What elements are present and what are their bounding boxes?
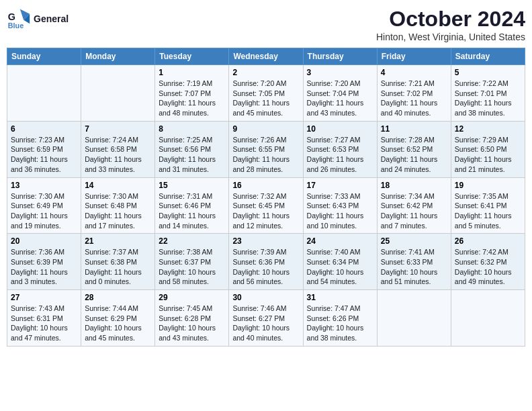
calendar-cell: 18Sunrise: 7:34 AM Sunset: 6:42 PM Dayli… (377, 177, 451, 234)
day-info: Sunrise: 7:43 AM Sunset: 6:31 PM Dayligh… (11, 304, 77, 343)
calendar-cell: 5Sunrise: 7:22 AM Sunset: 7:01 PM Daylig… (451, 65, 525, 122)
day-info: Sunrise: 7:42 AM Sunset: 6:32 PM Dayligh… (455, 247, 521, 287)
title-block: October 2024 Hinton, West Virginia, Unit… (376, 7, 525, 42)
day-number: 15 (159, 181, 225, 190)
calendar-cell (451, 290, 525, 347)
day-info: Sunrise: 7:39 AM Sunset: 6:36 PM Dayligh… (232, 247, 299, 287)
weekday-header: Saturday (451, 48, 525, 65)
day-info: Sunrise: 7:27 AM Sunset: 6:53 PM Dayligh… (307, 135, 373, 175)
day-info: Sunrise: 7:47 AM Sunset: 6:26 PM Dayligh… (307, 304, 373, 343)
day-info: Sunrise: 7:37 AM Sunset: 6:38 PM Dayligh… (85, 247, 151, 287)
day-number: 7 (85, 124, 151, 134)
day-info: Sunrise: 7:41 AM Sunset: 6:33 PM Dayligh… (381, 247, 447, 287)
day-number: 28 (85, 293, 151, 302)
calendar-table: SundayMondayTuesdayWednesdayThursdayFrid… (7, 48, 525, 347)
calendar-cell: 29Sunrise: 7:45 AM Sunset: 6:28 PM Dayli… (155, 290, 229, 347)
calendar-week-row: 20Sunrise: 7:36 AM Sunset: 6:39 PM Dayli… (7, 234, 525, 290)
calendar-cell (81, 65, 155, 122)
day-number: 5 (455, 68, 521, 77)
day-number: 29 (159, 293, 225, 302)
page-header: G Blue General October 2024 Hinton, West… (7, 7, 525, 42)
day-info: Sunrise: 7:22 AM Sunset: 7:01 PM Dayligh… (455, 79, 521, 118)
day-number: 21 (85, 236, 151, 246)
day-number: 31 (307, 293, 373, 302)
calendar-week-row: 1Sunrise: 7:19 AM Sunset: 7:07 PM Daylig… (7, 65, 525, 122)
calendar-cell (377, 290, 451, 347)
day-info: Sunrise: 7:32 AM Sunset: 6:45 PM Dayligh… (232, 191, 299, 231)
day-number: 4 (381, 68, 447, 77)
location: Hinton, West Virginia, United States (376, 32, 525, 42)
day-info: Sunrise: 7:20 AM Sunset: 7:05 PM Dayligh… (232, 79, 299, 118)
calendar-cell: 30Sunrise: 7:46 AM Sunset: 6:27 PM Dayli… (229, 290, 303, 347)
calendar-cell: 12Sunrise: 7:29 AM Sunset: 6:50 PM Dayli… (451, 121, 525, 177)
svg-text:Blue: Blue (8, 21, 24, 30)
day-number: 23 (232, 236, 299, 246)
day-info: Sunrise: 7:21 AM Sunset: 7:02 PM Dayligh… (381, 79, 447, 118)
day-info: Sunrise: 7:31 AM Sunset: 6:46 PM Dayligh… (159, 191, 225, 231)
svg-text:G: G (8, 11, 15, 22)
calendar-header-row: SundayMondayTuesdayWednesdayThursdayFrid… (7, 48, 525, 65)
weekday-header: Thursday (303, 48, 377, 65)
weekday-header: Friday (377, 48, 451, 65)
day-number: 19 (455, 181, 521, 190)
calendar-cell: 21Sunrise: 7:37 AM Sunset: 6:38 PM Dayli… (81, 234, 155, 290)
day-number: 6 (11, 124, 77, 134)
calendar-cell: 28Sunrise: 7:44 AM Sunset: 6:29 PM Dayli… (81, 290, 155, 347)
calendar-cell: 15Sunrise: 7:31 AM Sunset: 6:46 PM Dayli… (155, 177, 229, 234)
day-info: Sunrise: 7:25 AM Sunset: 6:56 PM Dayligh… (159, 135, 225, 175)
calendar-cell: 7Sunrise: 7:24 AM Sunset: 6:58 PM Daylig… (81, 121, 155, 177)
day-number: 22 (159, 236, 225, 246)
day-number: 12 (455, 124, 521, 134)
day-number: 3 (307, 68, 373, 77)
day-info: Sunrise: 7:33 AM Sunset: 6:43 PM Dayligh… (307, 191, 373, 231)
calendar-cell: 20Sunrise: 7:36 AM Sunset: 6:39 PM Dayli… (7, 234, 81, 290)
day-info: Sunrise: 7:24 AM Sunset: 6:58 PM Dayligh… (85, 135, 151, 175)
calendar-cell: 31Sunrise: 7:47 AM Sunset: 6:26 PM Dayli… (303, 290, 377, 347)
calendar-cell: 4Sunrise: 7:21 AM Sunset: 7:02 PM Daylig… (377, 65, 451, 122)
day-number: 11 (381, 124, 447, 134)
day-info: Sunrise: 7:46 AM Sunset: 6:27 PM Dayligh… (232, 304, 299, 343)
weekday-header: Monday (81, 48, 155, 65)
calendar-cell: 2Sunrise: 7:20 AM Sunset: 7:05 PM Daylig… (229, 65, 303, 122)
day-info: Sunrise: 7:35 AM Sunset: 6:41 PM Dayligh… (455, 191, 521, 231)
weekday-header: Tuesday (155, 48, 229, 65)
day-info: Sunrise: 7:44 AM Sunset: 6:29 PM Dayligh… (85, 304, 151, 343)
day-info: Sunrise: 7:19 AM Sunset: 7:07 PM Dayligh… (159, 79, 225, 118)
logo: G Blue General (7, 7, 69, 31)
calendar-cell: 27Sunrise: 7:43 AM Sunset: 6:31 PM Dayli… (7, 290, 81, 347)
calendar-cell: 6Sunrise: 7:23 AM Sunset: 6:59 PM Daylig… (7, 121, 81, 177)
day-number: 2 (232, 68, 299, 77)
day-info: Sunrise: 7:28 AM Sunset: 6:52 PM Dayligh… (381, 135, 447, 175)
day-info: Sunrise: 7:29 AM Sunset: 6:50 PM Dayligh… (455, 135, 521, 175)
calendar-cell: 9Sunrise: 7:26 AM Sunset: 6:55 PM Daylig… (229, 121, 303, 177)
calendar-week-row: 13Sunrise: 7:30 AM Sunset: 6:49 PM Dayli… (7, 177, 525, 234)
day-number: 26 (455, 236, 521, 246)
calendar-cell: 22Sunrise: 7:38 AM Sunset: 6:37 PM Dayli… (155, 234, 229, 290)
day-info: Sunrise: 7:30 AM Sunset: 6:49 PM Dayligh… (11, 191, 77, 231)
calendar-cell: 10Sunrise: 7:27 AM Sunset: 6:53 PM Dayli… (303, 121, 377, 177)
calendar-cell: 14Sunrise: 7:30 AM Sunset: 6:48 PM Dayli… (81, 177, 155, 234)
day-number: 27 (11, 293, 77, 302)
calendar-cell (7, 65, 81, 122)
calendar-cell: 19Sunrise: 7:35 AM Sunset: 6:41 PM Dayli… (451, 177, 525, 234)
day-number: 16 (232, 181, 299, 190)
day-number: 24 (307, 236, 373, 246)
calendar-cell: 26Sunrise: 7:42 AM Sunset: 6:32 PM Dayli… (451, 234, 525, 290)
day-number: 1 (159, 68, 225, 77)
calendar-cell: 17Sunrise: 7:33 AM Sunset: 6:43 PM Dayli… (303, 177, 377, 234)
logo-icon: G Blue (7, 7, 31, 31)
calendar-cell: 25Sunrise: 7:41 AM Sunset: 6:33 PM Dayli… (377, 234, 451, 290)
logo-text: General (34, 13, 69, 25)
calendar-cell: 23Sunrise: 7:39 AM Sunset: 6:36 PM Dayli… (229, 234, 303, 290)
day-info: Sunrise: 7:40 AM Sunset: 6:34 PM Dayligh… (307, 247, 373, 287)
day-number: 10 (307, 124, 373, 134)
calendar-cell: 24Sunrise: 7:40 AM Sunset: 6:34 PM Dayli… (303, 234, 377, 290)
calendar-cell: 13Sunrise: 7:30 AM Sunset: 6:49 PM Dayli… (7, 177, 81, 234)
day-number: 14 (85, 181, 151, 190)
calendar-cell: 11Sunrise: 7:28 AM Sunset: 6:52 PM Dayli… (377, 121, 451, 177)
day-number: 20 (11, 236, 77, 246)
day-number: 18 (381, 181, 447, 190)
day-number: 25 (381, 236, 447, 246)
calendar-cell: 16Sunrise: 7:32 AM Sunset: 6:45 PM Dayli… (229, 177, 303, 234)
day-info: Sunrise: 7:45 AM Sunset: 6:28 PM Dayligh… (159, 304, 225, 343)
